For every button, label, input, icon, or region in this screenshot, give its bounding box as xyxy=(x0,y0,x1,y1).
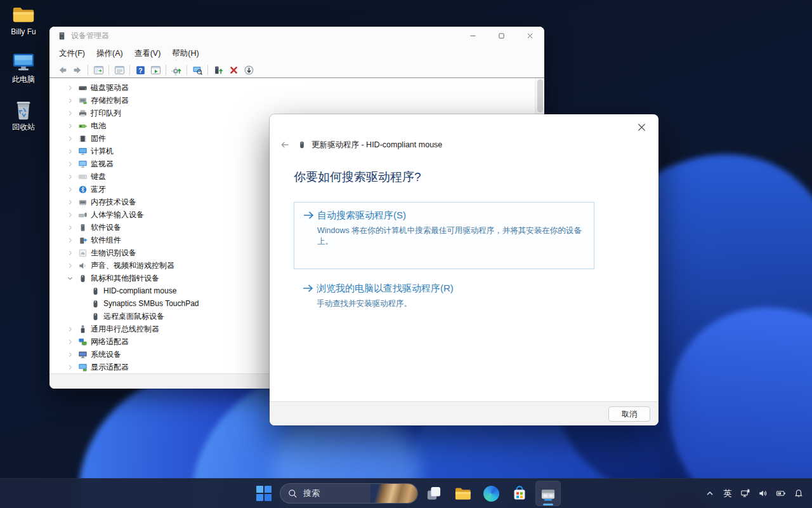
arrow-right-icon xyxy=(302,209,315,222)
action-pane-icon[interactable] xyxy=(148,63,163,77)
option-browse-computer[interactable]: 浏览我的电脑以查找驱动程序(R) 手动查找并安装驱动程序。 xyxy=(294,281,594,319)
expand-collapsed-icon[interactable] xyxy=(66,147,74,156)
edge-icon xyxy=(483,486,499,502)
start-button[interactable] xyxy=(251,481,277,506)
tray-battery-icon[interactable] xyxy=(773,482,789,505)
forward-icon[interactable] xyxy=(70,63,85,77)
search-placeholder: 搜索 xyxy=(303,488,370,499)
expand-collapsed-icon[interactable] xyxy=(66,249,74,257)
tray-network-icon[interactable] xyxy=(737,482,754,505)
windows-logo-icon xyxy=(256,486,272,501)
disable-device-icon[interactable] xyxy=(241,63,256,77)
desktop-icon-recycle-bin[interactable]: 回收站 xyxy=(3,98,44,131)
expand-collapsed-icon[interactable] xyxy=(66,351,74,359)
tree-row[interactable]: 磁盘驱动器 xyxy=(49,81,544,94)
expand-collapsed-icon[interactable] xyxy=(66,198,74,206)
tree-label: 软件设备 xyxy=(91,222,121,233)
help-icon[interactable]: ? xyxy=(133,63,148,77)
expand-collapsed-icon[interactable] xyxy=(66,185,74,194)
tree-label: 监视器 xyxy=(91,159,114,170)
expand-expanded-icon[interactable] xyxy=(66,274,74,283)
expand-collapsed-icon[interactable] xyxy=(66,338,74,346)
monitor-device-icon xyxy=(78,159,88,169)
menu-bar: 文件(F)操作(A)查看(V)帮助(H) xyxy=(49,44,544,62)
cancel-button[interactable]: 取消 xyxy=(608,406,650,422)
desktop-icon-folder[interactable]: Billy Fu xyxy=(3,3,44,36)
mouse-device-icon xyxy=(91,299,100,309)
minimize-button[interactable] xyxy=(459,27,487,44)
taskbar-search[interactable]: 搜索 xyxy=(280,483,418,504)
back-arrow-icon[interactable] xyxy=(278,138,291,151)
hid-device-icon xyxy=(78,210,88,220)
expand-collapsed-icon[interactable] xyxy=(66,160,74,168)
taskbar-center: 搜索 xyxy=(251,479,561,508)
tray-chevron-up-icon[interactable] xyxy=(702,482,718,505)
expand-collapsed-icon[interactable] xyxy=(66,122,74,130)
back-icon[interactable] xyxy=(55,63,70,77)
expand-collapsed-icon[interactable] xyxy=(66,325,74,333)
properties-icon[interactable] xyxy=(112,63,127,77)
taskbar-app-task-view[interactable] xyxy=(421,481,447,506)
svg-text:?: ? xyxy=(138,66,142,74)
tree-row[interactable]: 存储控制器 xyxy=(49,94,544,107)
tray-bell-icon[interactable] xyxy=(790,482,807,505)
battery-device-icon xyxy=(78,121,88,131)
option-title[interactable]: 浏览我的电脑以查找驱动程序(R) xyxy=(317,283,454,295)
menu-item[interactable]: 操作(A) xyxy=(91,46,129,62)
tree-label: HID-compliant mouse xyxy=(103,286,176,295)
ime-language-label: 英 xyxy=(724,488,732,499)
update-device-driver-icon[interactable] xyxy=(211,63,226,77)
printer-device-icon xyxy=(78,109,88,118)
tree-label: 远程桌面鼠标设备 xyxy=(103,311,164,322)
option-title[interactable]: 自动搜索驱动程序(S) xyxy=(317,210,406,222)
taskbar: 搜索 英 xyxy=(0,478,812,508)
option-search-automatically[interactable]: 自动搜索驱动程序(S) Windows 将在你的计算机中搜索最佳可用驱动程序，并… xyxy=(294,202,594,269)
system-device-icon xyxy=(78,350,88,359)
tree-label: 键盘 xyxy=(91,171,106,182)
close-button[interactable] xyxy=(516,27,544,44)
tree-label: 声音、视频和游戏控制器 xyxy=(91,260,174,271)
menu-item[interactable]: 查看(V) xyxy=(129,46,167,62)
uninstall-device-icon[interactable] xyxy=(226,63,241,77)
expand-collapsed-icon[interactable] xyxy=(66,173,74,181)
taskbar-app-file-explorer[interactable] xyxy=(450,481,475,506)
system-tray: 英 xyxy=(702,479,807,508)
taskbar-app-edge[interactable] xyxy=(478,481,504,506)
driver-settings-icon[interactable] xyxy=(169,63,184,77)
desktop-icon-label: Billy Fu xyxy=(11,28,36,36)
mouse-device-icon xyxy=(298,140,306,149)
tree-label: 存储控制器 xyxy=(91,95,129,106)
storage-device-icon xyxy=(78,96,88,105)
tray-ime[interactable]: 英 xyxy=(719,482,736,505)
tree-arrow-spacer xyxy=(79,300,87,308)
expand-collapsed-icon[interactable] xyxy=(66,236,74,244)
taskbar-app-microsoft-store[interactable] xyxy=(507,481,532,506)
menu-item[interactable]: 文件(F) xyxy=(53,46,91,62)
scan-hardware-icon[interactable] xyxy=(190,63,205,77)
desktop-icon-this-pc[interactable]: 此电脑 xyxy=(3,50,44,84)
audio-device-icon xyxy=(78,261,88,271)
maximize-button[interactable] xyxy=(487,27,516,44)
expand-collapsed-icon[interactable] xyxy=(66,109,74,117)
tree-label: 网络适配器 xyxy=(91,337,129,347)
toolbar: ? xyxy=(49,62,544,78)
close-icon[interactable] xyxy=(633,119,650,135)
tree-arrow-spacer xyxy=(79,287,87,295)
expand-collapsed-icon[interactable] xyxy=(66,97,74,105)
device-manager-titlebar[interactable]: 设备管理器 xyxy=(49,27,544,44)
taskbar-app-device-manager[interactable] xyxy=(535,481,561,506)
memory-device-icon xyxy=(78,197,88,207)
window-title: 设备管理器 xyxy=(71,30,109,41)
expand-collapsed-icon[interactable] xyxy=(66,224,74,232)
expand-collapsed-icon[interactable] xyxy=(66,135,74,143)
menu-item[interactable]: 帮助(H) xyxy=(166,46,204,62)
mouse-device-icon xyxy=(91,286,100,296)
tray-volume-icon[interactable] xyxy=(755,482,771,505)
expand-collapsed-icon[interactable] xyxy=(66,262,74,270)
expand-collapsed-icon[interactable] xyxy=(66,363,74,371)
toolbar-separator xyxy=(207,65,208,75)
scrollbar-thumb[interactable] xyxy=(537,79,543,112)
show-console-tree-icon[interactable] xyxy=(91,63,106,77)
expand-collapsed-icon[interactable] xyxy=(66,84,74,92)
expand-collapsed-icon[interactable] xyxy=(66,211,74,219)
